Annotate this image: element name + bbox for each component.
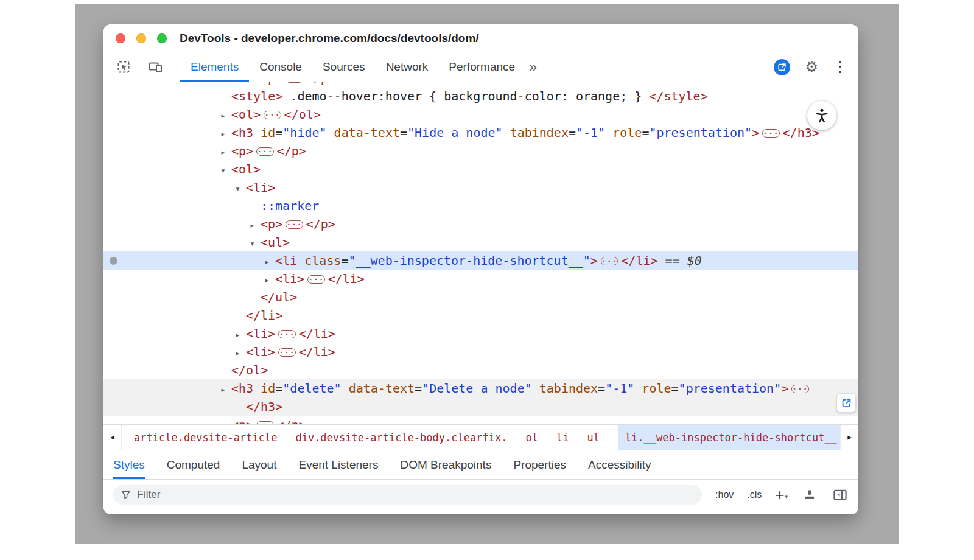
breadcrumb-item[interactable]: article.devsite-article (134, 425, 277, 450)
scroll-right-icon: ▶ (847, 433, 852, 441)
collapse-arrow-icon[interactable]: ▾ (250, 234, 261, 253)
breadcrumb-item[interactable]: ol (525, 425, 538, 450)
device-toolbar-icon (148, 60, 163, 74)
expand-arrow-icon[interactable]: ▸ (220, 417, 231, 424)
chevron-down-icon: ▾ (785, 494, 788, 500)
scroll-left-icon: ◀ (110, 433, 114, 441)
element-classes-button[interactable]: .cls (747, 489, 762, 500)
styles-filter[interactable] (113, 485, 702, 505)
marker-dot-icon (110, 257, 117, 265)
expand-children-icon[interactable]: ··· (601, 257, 618, 265)
expand-children-icon[interactable]: ··· (307, 275, 324, 284)
tree-row[interactable]: <style> .demo--hover:hover { background-… (103, 87, 858, 105)
tab-console[interactable]: Console (249, 52, 312, 82)
tree-row[interactable]: ▸<li>···</li> (103, 270, 858, 288)
styles-toolbar: :hov .cls +▾ (103, 480, 858, 510)
breadcrumb-item[interactable]: ul (587, 425, 599, 450)
expand-children-icon[interactable]: ··· (256, 147, 273, 156)
sidebar-tab-accessibility[interactable]: Accessibility (588, 450, 651, 479)
breadcrumb-item[interactable]: li.__web-inspector-hide-shortcut__ (618, 425, 840, 450)
tree-row[interactable]: ▸<p>···</p> (103, 215, 858, 233)
sidebar-tab-dom-breakpoints[interactable]: DOM Breakpoints (400, 450, 491, 479)
tree-row[interactable]: ▾<li> (103, 178, 858, 197)
extension-button[interactable] (774, 59, 790, 75)
expand-arrow-icon[interactable]: ▸ (264, 271, 275, 289)
minimize-window-button[interactable] (136, 33, 146, 43)
stamp-icon (803, 488, 816, 502)
plus-icon: + (775, 487, 784, 503)
expand-children-icon[interactable]: ··· (264, 111, 281, 119)
zoom-window-button[interactable] (157, 33, 167, 43)
expand-arrow-icon[interactable]: ▸ (220, 143, 231, 161)
expand-children-icon[interactable]: ··· (278, 330, 295, 338)
tree-row[interactable]: ▸<li class="__web-inspector-hide-shortcu… (103, 251, 858, 270)
expand-arrow-icon[interactable]: ▸ (220, 107, 231, 125)
floating-inspect-button[interactable] (836, 393, 856, 413)
toggle-sidebar-button[interactable] (832, 486, 849, 503)
expand-children-icon[interactable]: ··· (278, 348, 295, 357)
expand-children-icon[interactable]: ··· (791, 385, 808, 393)
expand-arrow-icon[interactable]: ▸ (235, 326, 246, 344)
more-tabs-button[interactable]: » (529, 60, 537, 74)
tab-network[interactable]: Network (376, 52, 439, 82)
collapse-arrow-icon[interactable]: ▾ (235, 180, 246, 198)
accessibility-overlay-button[interactable] (807, 101, 836, 130)
sidebar-tab-layout[interactable]: Layout (242, 450, 276, 479)
dom-tree[interactable]: ▸<p>···</p><style> .demo--hover:hover { … (103, 82, 858, 424)
expand-arrow-icon[interactable]: ▸ (264, 253, 275, 271)
tree-row[interactable]: </ol> (103, 361, 858, 379)
tree-row[interactable]: </ul> (103, 288, 858, 306)
close-window-button[interactable] (116, 33, 125, 43)
tree-row[interactable]: </h3> (103, 397, 858, 416)
tree-row[interactable]: ::marker (103, 197, 858, 215)
sidebar-tab-computed[interactable]: Computed (167, 450, 220, 479)
sidebar-tab-properties[interactable]: Properties (513, 450, 566, 479)
sidebar-tab-styles[interactable]: Styles (113, 450, 145, 479)
breadcrumb-scroll-left-button[interactable]: ◀ (103, 425, 122, 450)
tree-row[interactable]: ▸<li>···</li> (103, 343, 858, 361)
tree-row[interactable]: </li> (103, 306, 858, 324)
titlebar[interactable]: DevTools - developer.chrome.com/docs/dev… (103, 24, 858, 52)
tree-row[interactable]: ▸<h3 id="hide" data-text="Hide a node" t… (103, 124, 858, 142)
devtools-menu-button[interactable]: ⋮ (833, 60, 847, 74)
tree-row[interactable]: ▸<p>···</p> (103, 142, 858, 160)
tab-sources[interactable]: Sources (312, 52, 376, 82)
corner-arrow-icon (841, 397, 852, 409)
breadcrumb-item[interactable]: div.devsite-article-body.clearfix. (295, 425, 507, 450)
expand-arrow-icon[interactable]: ▸ (220, 125, 231, 143)
tree-row[interactable]: ▾<ol> (103, 160, 858, 178)
devtools-toolbar: ElementsConsoleSourcesNetworkPerformance… (103, 52, 858, 82)
device-toolbar-button[interactable] (145, 57, 166, 77)
expand-arrow-icon[interactable]: ▸ (235, 344, 246, 362)
tree-row[interactable]: ▾<ul> (103, 233, 858, 251)
tab-elements[interactable]: Elements (180, 52, 249, 82)
settings-button[interactable]: ⚙ (805, 60, 818, 74)
tree-row[interactable]: ▸<p>···</p> (103, 416, 858, 424)
tree-row[interactable]: ▸<h3 id="delete" data-text="Delete a nod… (103, 379, 858, 397)
breadcrumb-scroll-right-button[interactable]: ▶ (840, 425, 858, 450)
sidebar-tab-event-listeners[interactable]: Event Listeners (298, 450, 378, 479)
gear-icon: ⚙ (805, 58, 818, 75)
expand-children-icon[interactable]: ··· (286, 82, 303, 83)
expand-arrow-icon[interactable]: ▸ (250, 216, 261, 234)
inspect-element-button[interactable] (113, 57, 134, 77)
tree-row[interactable]: ▸<ol>···</ol> (103, 105, 858, 124)
expand-children-icon[interactable]: ··· (286, 220, 303, 229)
breadcrumb-item[interactable]: li (556, 425, 569, 450)
toolbar-right: ⚙ ⋮ (774, 59, 858, 75)
breadcrumb: article.devsite-articlediv.devsite-artic… (122, 425, 840, 450)
toggle-element-state-button[interactable]: :hov (715, 489, 734, 500)
collapse-arrow-icon[interactable]: ▾ (220, 161, 231, 180)
kebab-menu-icon: ⋮ (833, 58, 847, 75)
expand-children-icon[interactable]: ··· (762, 129, 779, 138)
tree-row[interactable]: ▸<p>···</p> (103, 82, 858, 87)
tree-row[interactable]: ▸<li>···</li> (103, 324, 858, 343)
new-style-rule-button[interactable]: +▾ (775, 487, 788, 503)
expand-children-icon[interactable]: ··· (256, 421, 273, 425)
styles-filter-input[interactable] (136, 488, 695, 502)
devtools-window: DevTools - developer.chrome.com/docs/dev… (103, 24, 858, 514)
corner-arrow-icon (777, 62, 787, 72)
rendering-emulations-button[interactable] (801, 486, 818, 503)
expand-arrow-icon[interactable]: ▸ (220, 380, 231, 399)
tab-performance[interactable]: Performance (438, 52, 525, 82)
